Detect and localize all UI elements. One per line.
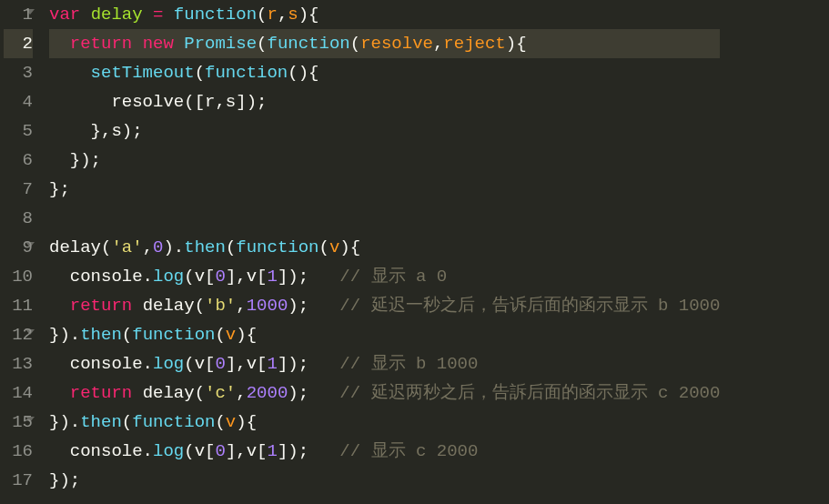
code-token: function <box>268 34 350 54</box>
code-line[interactable]: var delay = function(r,s){ <box>49 0 720 29</box>
code-token: s <box>288 5 298 25</box>
code-token: ( <box>122 325 132 345</box>
code-token <box>132 34 142 54</box>
code-token: ],v[ <box>226 354 268 374</box>
code-token: }). <box>49 412 80 432</box>
code-token: return <box>70 34 132 54</box>
code-token: , <box>143 237 153 257</box>
code-token: 2000 <box>247 383 288 403</box>
code-token: 1 <box>267 441 277 461</box>
code-token: ){ <box>236 325 257 345</box>
code-line[interactable]: return delay('c',2000); // 延迟两秒之后，告訴后面的函… <box>49 378 720 408</box>
code-token: ( <box>195 63 205 83</box>
line-number: 1 <box>4 0 33 29</box>
code-token: // 延迟两秒之后，告訴后面的函示显示 c 2000 <box>339 383 720 403</box>
code-token: (v[ <box>184 441 215 461</box>
line-number: 3 <box>4 58 33 87</box>
fold-marker-icon[interactable] <box>25 242 35 247</box>
line-number: 8 <box>4 204 33 233</box>
code-token: ]); <box>278 441 339 461</box>
line-number: 13 <box>4 349 33 378</box>
code-token: return <box>70 383 132 403</box>
code-token: var <box>49 5 80 25</box>
code-token: log <box>153 354 184 374</box>
code-token: 0 <box>215 441 225 461</box>
line-number: 11 <box>4 291 33 320</box>
line-number: 5 <box>4 116 33 146</box>
line-number: 7 <box>4 175 33 204</box>
code-token <box>163 5 173 25</box>
code-token: log <box>153 267 184 287</box>
code-line[interactable] <box>49 204 720 233</box>
code-token <box>49 383 70 403</box>
code-token: function <box>236 237 318 257</box>
code-line[interactable]: }; <box>49 175 720 204</box>
code-token: ){ <box>298 5 319 25</box>
line-number: 4 <box>4 87 33 116</box>
code-line[interactable]: }); <box>49 466 720 495</box>
code-token: Promise <box>184 34 257 54</box>
code-token <box>49 34 70 54</box>
code-line[interactable]: setTimeout(function(){ <box>49 58 720 87</box>
code-line[interactable]: delay('a',0).then(function(v){ <box>49 233 720 262</box>
code-token: resolve([r,s]); <box>49 92 267 112</box>
code-token <box>174 34 184 54</box>
code-line[interactable]: },s); <box>49 116 720 146</box>
code-editor[interactable]: 1234567891011121314151617 var delay = fu… <box>0 0 829 504</box>
code-token <box>143 5 153 25</box>
line-number: 14 <box>4 378 33 408</box>
fold-marker-icon[interactable] <box>25 9 35 15</box>
code-token: r <box>267 5 277 25</box>
code-token: log <box>153 441 184 461</box>
code-token: 0 <box>215 267 225 287</box>
code-token: ],v[ <box>226 441 268 461</box>
code-token: (v[ <box>184 267 215 287</box>
code-token: }; <box>49 179 70 199</box>
code-token: 0 <box>215 354 225 374</box>
code-token: setTimeout <box>91 63 195 83</box>
code-token <box>49 296 70 316</box>
code-token: ( <box>122 412 132 432</box>
code-token: // 显示 c 2000 <box>339 441 478 461</box>
code-token: v <box>329 237 339 257</box>
code-line[interactable]: }).then(function(v){ <box>49 320 720 349</box>
code-line[interactable]: resolve([r,s]); <box>49 87 720 116</box>
line-number: 9 <box>4 233 33 262</box>
code-token: function <box>132 325 215 345</box>
code-line[interactable]: return delay('b',1000); // 延迟一秒之后，告诉后面的函… <box>49 291 720 320</box>
code-token: ( <box>319 237 329 257</box>
code-token: 1000 <box>247 296 288 316</box>
code-token: return <box>70 296 132 316</box>
code-token: ]); <box>278 354 339 374</box>
code-token: 'a' <box>111 237 142 257</box>
code-line[interactable]: console.log(v[0],v[1]); // 显示 b 1000 <box>49 349 720 378</box>
code-line[interactable]: }); <box>49 146 720 175</box>
code-token <box>80 5 90 25</box>
code-token: ( <box>226 237 236 257</box>
line-number-gutter: 1234567891011121314151617 <box>0 0 40 504</box>
code-token: ). <box>163 237 184 257</box>
code-area[interactable]: var delay = function(r,s){ return new Pr… <box>40 0 720 504</box>
code-token: }); <box>49 470 80 490</box>
code-token: },s); <box>49 121 143 141</box>
code-line[interactable]: console.log(v[0],v[1]); // 显示 c 2000 <box>49 437 720 466</box>
fold-marker-icon[interactable] <box>25 329 35 335</box>
code-token: resolve <box>360 34 433 54</box>
line-number: 6 <box>4 146 33 175</box>
code-line[interactable]: }).then(function(v){ <box>49 408 720 437</box>
code-token: function <box>174 5 257 25</box>
code-token: ( <box>257 34 267 54</box>
code-token: 'b' <box>205 296 236 316</box>
code-token: v <box>226 412 236 432</box>
code-token: (){ <box>288 63 318 83</box>
code-token: ( <box>257 5 267 25</box>
code-token: ){ <box>236 412 257 432</box>
code-token: 1 <box>267 354 277 374</box>
code-token: , <box>433 34 443 54</box>
fold-marker-icon[interactable] <box>25 417 35 422</box>
code-line[interactable]: return new Promise(function(resolve,reje… <box>49 29 720 58</box>
code-line[interactable]: console.log(v[0],v[1]); // 显示 a 0 <box>49 262 720 291</box>
line-number: 2 <box>4 29 33 58</box>
code-token: ( <box>215 412 225 432</box>
code-token: = <box>153 5 163 25</box>
